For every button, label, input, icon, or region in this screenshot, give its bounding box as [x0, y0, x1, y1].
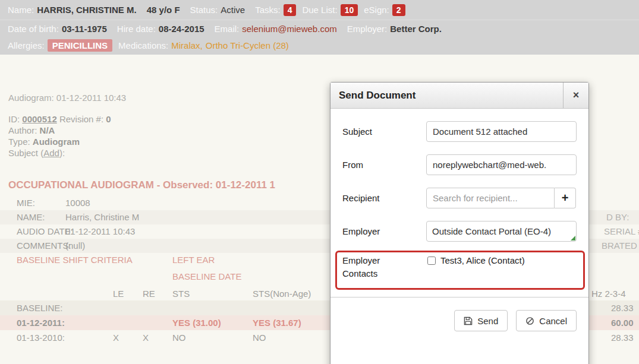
- row-hz: 28.33: [611, 330, 634, 345]
- patient-header: Name: HARRIS, CHRISTINE M. 48 y/o F Stat…: [0, 0, 639, 55]
- due-list-label: Due List:: [302, 5, 337, 15]
- row-date: 01-13-2010:: [17, 330, 65, 345]
- audio-date-value: 01-12-2011 10:43: [65, 224, 135, 239]
- mie-value: 10008: [65, 196, 90, 210]
- type-label: Type:: [8, 137, 30, 147]
- patient-age-sex: 48 y/o F: [147, 5, 180, 15]
- patient-header-row1: Name: HARRIS, CHRISTINE M. 48 y/o F Stat…: [0, 0, 639, 20]
- close-button[interactable]: ×: [563, 83, 588, 108]
- name-row-value: Harris, Christine M: [65, 210, 139, 224]
- dialog-separator: [330, 297, 588, 297]
- subject-add-link: Add: [43, 148, 59, 158]
- tasks-count-badge[interactable]: 4: [284, 4, 297, 16]
- col-re: RE: [143, 286, 155, 301]
- send-button[interactable]: Send: [454, 310, 508, 331]
- recipient-input-group: +: [426, 188, 577, 208]
- medications-label: Medications:: [118, 40, 168, 50]
- from-field-row: From: [342, 154, 577, 175]
- employer-label: Employer:: [347, 24, 388, 34]
- document-subject-line: Subject (Add):: [8, 147, 111, 159]
- allergies-label: Allergies:: [8, 40, 45, 50]
- recipient-field-row: Recipient +: [342, 188, 577, 208]
- row-sts-non-age: YES (31.67): [253, 315, 301, 330]
- document-meta: ID: 0000512 Revision #: 0 Author: N/A Ty…: [8, 113, 111, 159]
- add-recipient-button[interactable]: +: [555, 188, 576, 208]
- esign-count-badge[interactable]: 2: [392, 4, 405, 16]
- select-corner-icon: [571, 236, 575, 240]
- audio-date-label: AUDIO DATE:: [17, 224, 73, 239]
- employer-contacts-label-line1: Employer: [342, 254, 426, 267]
- name-row-label: NAME:: [17, 210, 45, 224]
- document-author-line: Author: N/A: [8, 125, 111, 136]
- author-value: N/A: [40, 125, 55, 135]
- col-sts-non-age: STS(Non-Age): [253, 286, 311, 301]
- recipient-search-input[interactable]: [426, 188, 555, 208]
- col-le: LE: [113, 286, 124, 301]
- cancel-button[interactable]: Cancel: [516, 310, 577, 331]
- comments-value: (null): [65, 239, 85, 253]
- right-fragment-observed-by: D BY:: [606, 210, 629, 224]
- send-document-dialog: Send Document × Subject From Recipient +: [330, 82, 589, 364]
- left-ear-heading: LEFT EAR: [172, 255, 215, 265]
- subject-field-row: Subject: [342, 121, 577, 142]
- dialog-body: Subject From Recipient + Employer: [330, 109, 588, 331]
- hire-date-label: Hire date:: [117, 24, 156, 34]
- patient-name: HARRIS, CHRISTINE M.: [37, 5, 137, 15]
- status-label: Status:: [190, 5, 218, 15]
- contact-option[interactable]: Test3, Alice (Contact): [426, 254, 577, 265]
- subject-input[interactable]: [426, 121, 577, 142]
- cancel-icon: [525, 316, 534, 325]
- row-hz: 60.00: [611, 315, 634, 330]
- comments-label: COMMENTS:: [17, 239, 71, 253]
- occupational-audiogram-heading: OCCUPATIONAL AUDIOGRAM - Observed: 01-12…: [8, 179, 275, 191]
- from-field-label: From: [342, 159, 426, 172]
- employer-field-label: Employer: [342, 225, 426, 238]
- dialog-header: Send Document ×: [330, 83, 588, 109]
- save-icon: [464, 316, 473, 325]
- baseline-shift-heading: BASELINE SHIFT CRITERIA: [17, 255, 133, 265]
- dob-value: 03-11-1975: [62, 24, 107, 34]
- author-label: Author:: [8, 125, 37, 135]
- document-id-line: ID: 0000512 Revision #: 0: [8, 113, 111, 125]
- due-list-count-badge[interactable]: 10: [341, 4, 358, 16]
- recipient-field-label: Recipient: [342, 192, 426, 205]
- patient-header-row3: Allergies: PENICILLINS Medications: Mira…: [0, 37, 639, 55]
- col-hz: Hz 2-3-4: [591, 286, 626, 301]
- revision-label: Revision #:: [59, 114, 103, 124]
- dialog-title: Send Document: [330, 83, 563, 108]
- medication-link-ortho[interactable]: Ortho Tri-Cyclen (28): [206, 40, 289, 50]
- id-label: ID:: [8, 114, 20, 124]
- employer-field-row: Employer Outside Contact Portal (EO-4): [342, 221, 577, 242]
- tasks-label: Tasks:: [255, 5, 281, 15]
- esign-label: eSign:: [364, 5, 389, 15]
- mie-label: MIE:: [17, 196, 35, 210]
- document-title: Audiogram: 01-12-2011 10:43: [8, 93, 126, 103]
- cancel-button-label: Cancel: [539, 316, 567, 326]
- subject-field-label: Subject: [342, 125, 426, 138]
- dob-label: Date of birth:: [8, 24, 59, 34]
- medication-link-miralax[interactable]: Miralax,: [171, 40, 203, 50]
- row-le: X: [113, 330, 119, 345]
- col-sts: STS: [172, 286, 190, 301]
- contact-checkbox[interactable]: [427, 257, 436, 265]
- row-sts: NO: [172, 330, 186, 345]
- type-value: Audiogram: [33, 137, 80, 147]
- dialog-buttons: Send Cancel: [342, 310, 577, 331]
- employer-contacts-label: Employer Contacts: [342, 254, 426, 280]
- from-input[interactable]: [426, 154, 577, 175]
- allergy-penicillins-chip[interactable]: PENICILLINS: [48, 39, 112, 52]
- send-button-label: Send: [477, 316, 498, 326]
- close-icon: ×: [573, 89, 580, 102]
- employer-contacts-row: Employer Contacts Test3, Alice (Contact): [342, 254, 577, 280]
- email-label: Email:: [215, 24, 240, 34]
- email-link[interactable]: selenium@mieweb.com: [242, 24, 336, 34]
- right-fragment-calibrated: BRATED ON: [602, 239, 639, 253]
- document-id-link: 0000512: [22, 114, 56, 124]
- subject-suffix: ):: [59, 148, 65, 158]
- status-value: Active: [221, 5, 245, 15]
- row-re: X: [143, 330, 149, 345]
- row-hz: 28.33: [611, 300, 634, 315]
- row-sts: YES (31.00): [172, 315, 221, 330]
- baseline-date-heading: BASELINE DATE: [172, 271, 241, 281]
- employer-select[interactable]: Outside Contact Portal (EO-4): [426, 221, 577, 242]
